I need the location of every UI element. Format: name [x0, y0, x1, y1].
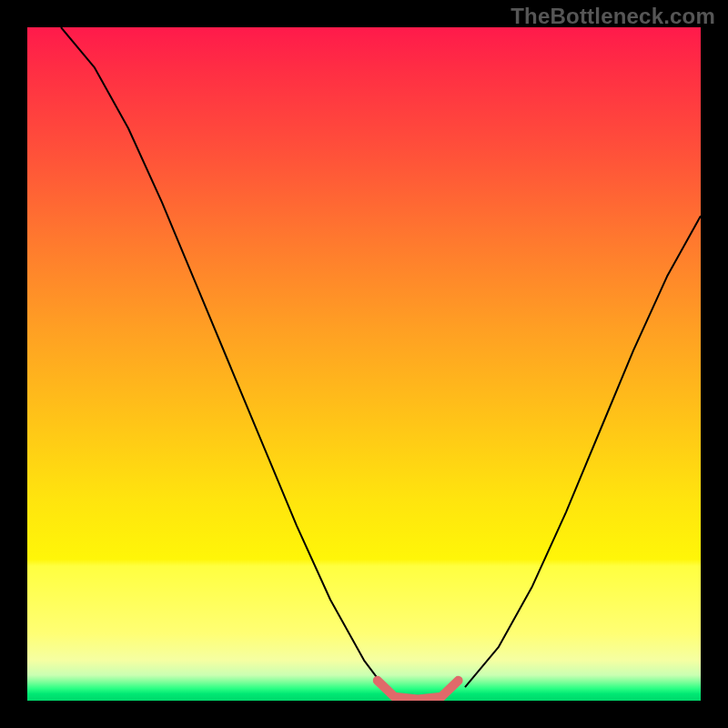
series-black-left — [61, 27, 384, 687]
plot-area — [27, 27, 701, 701]
series-pink-trough — [378, 681, 459, 700]
series-black-right — [465, 216, 701, 687]
watermark-text: TheBottleneck.com — [511, 4, 715, 29]
chart-frame: TheBottleneck.com — [0, 0, 728, 728]
curve-layer — [27, 27, 701, 701]
